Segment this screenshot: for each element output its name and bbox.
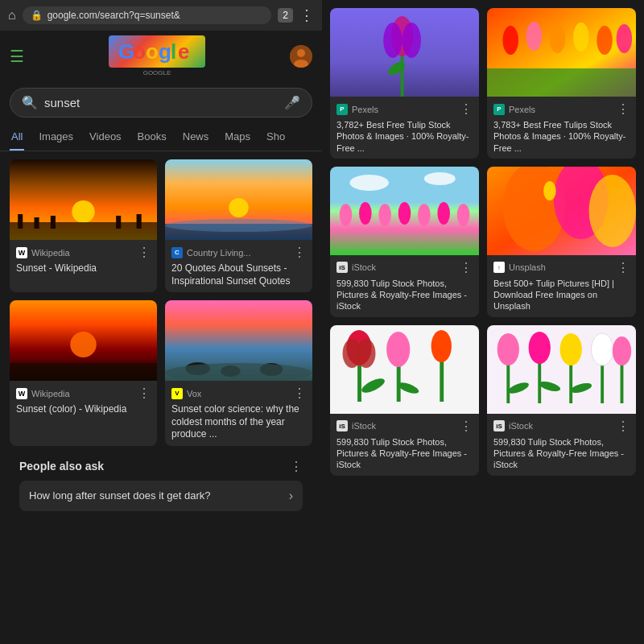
right-title-6: 599,830 Tulip Stock Photos, Pictures & R… bbox=[493, 436, 630, 471]
right-dots-2[interactable]: ⋮ bbox=[617, 101, 630, 117]
right-source-left-6: iS iStock bbox=[493, 420, 533, 431]
result-source-1: W Wikipedia ⋮ bbox=[16, 245, 151, 260]
people-ask-header: People also ask ⋮ bbox=[19, 459, 303, 474]
svg-point-10 bbox=[72, 200, 94, 223]
right-source-3: iS iStock ⋮ bbox=[336, 260, 473, 275]
source-name-1: Wikipedia bbox=[31, 248, 70, 258]
right-title-3: 599,830 Tulip Stock Photos, Pictures & R… bbox=[336, 278, 473, 312]
result-card-2[interactable]: C Country Living... ⋮ 20 Quotes About Su… bbox=[165, 159, 312, 292]
home-icon[interactable]: ⌂ bbox=[8, 8, 16, 23]
mic-icon[interactable]: 🎤 bbox=[284, 95, 300, 110]
right-card-3[interactable]: iS iStock ⋮ 599,830 Tulip Stock Photos, … bbox=[330, 167, 479, 317]
svg-point-36 bbox=[502, 26, 518, 55]
pexels-icon-1: P bbox=[336, 104, 348, 115]
avatar[interactable] bbox=[290, 45, 312, 68]
url-bar[interactable]: 🔒 google.com/search?q=sunset& bbox=[23, 6, 272, 24]
right-dots-5[interactable]: ⋮ bbox=[460, 419, 473, 434]
tab-all[interactable]: All bbox=[10, 124, 24, 151]
right-image-2 bbox=[487, 8, 636, 97]
search-bar[interactable]: 🔍 sunset 🎤 bbox=[10, 88, 312, 118]
svg-point-45 bbox=[424, 172, 456, 185]
svg-rect-15 bbox=[116, 216, 121, 229]
right-footer-4: ↑ Unsplash ⋮ Best 500+ Tulip Pictures [H… bbox=[487, 255, 636, 317]
svg-rect-42 bbox=[487, 68, 636, 97]
right-image-6 bbox=[487, 325, 636, 414]
result-source-3: W Wikipedia ⋮ bbox=[16, 386, 151, 401]
right-dots-6[interactable]: ⋮ bbox=[617, 419, 630, 434]
people-ask-dots[interactable]: ⋮ bbox=[290, 459, 303, 474]
svg-rect-23 bbox=[10, 363, 157, 381]
right-card-5[interactable]: iS iStock ⋮ 599,830 Tulip Stock Photos, … bbox=[330, 325, 479, 476]
svg-rect-11 bbox=[10, 222, 157, 240]
result-title-2: 20 Quotes About Sunsets - Inspirational … bbox=[171, 262, 306, 287]
results-area: W Wikipedia ⋮ Sunset - Wikipedia bbox=[0, 151, 322, 644]
right-card-1[interactable]: P Pexels ⋮ 3,782+ Best Free Tulip Stock … bbox=[330, 8, 479, 159]
ask-item-1[interactable]: How long after sunset does it get dark? … bbox=[19, 481, 303, 511]
right-dots-3[interactable]: ⋮ bbox=[460, 260, 473, 275]
svg-point-73 bbox=[529, 332, 551, 364]
svg-point-33 bbox=[402, 23, 421, 58]
right-footer-2: P Pexels ⋮ 3,783+ Best Free Tulips Stock… bbox=[487, 97, 636, 159]
tab-badge[interactable]: 2 bbox=[278, 8, 293, 23]
right-source-left-4: ↑ Unsplash bbox=[493, 262, 546, 273]
result-card-1[interactable]: W Wikipedia ⋮ Sunset - Wikipedia bbox=[10, 159, 157, 292]
result-image-1 bbox=[10, 159, 157, 240]
svg-rect-16 bbox=[137, 214, 142, 229]
result-card-3[interactable]: W Wikipedia ⋮ Sunset (color) - Wikipedia bbox=[10, 300, 157, 446]
right-source-left-1: P Pexels bbox=[336, 104, 378, 115]
svg-point-49 bbox=[398, 202, 411, 225]
right-source-name-1: Pexels bbox=[352, 105, 378, 114]
svg-point-48 bbox=[378, 204, 391, 226]
unsplash-icon-4: ↑ bbox=[493, 262, 505, 273]
svg-point-44 bbox=[349, 175, 389, 191]
right-source-name-4: Unsplash bbox=[509, 262, 546, 272]
tab-videos[interactable]: Videos bbox=[88, 124, 123, 151]
right-source-6: iS iStock ⋮ bbox=[493, 419, 630, 434]
right-source-5: iS iStock ⋮ bbox=[336, 419, 473, 434]
source-left-4: V Vox bbox=[171, 388, 201, 399]
right-footer-1: P Pexels ⋮ 3,782+ Best Free Tulip Stock … bbox=[330, 97, 479, 159]
svg-point-57 bbox=[543, 181, 556, 200]
result-title-1: Sunset - Wikipedia bbox=[16, 262, 151, 275]
right-card-4[interactable]: ↑ Unsplash ⋮ Best 500+ Tulip Pictures [H… bbox=[487, 167, 636, 317]
hamburger-icon[interactable]: ☰ bbox=[10, 47, 24, 66]
search-tabs: All Images Videos Books News Maps Sho bbox=[0, 124, 322, 151]
more-dots-2[interactable]: ⋮ bbox=[293, 245, 306, 260]
right-title-2: 3,783+ Best Free Tulips Stock Photos & I… bbox=[493, 119, 630, 154]
more-dots-1[interactable]: ⋮ bbox=[138, 245, 151, 260]
right-title-5: 599,830 Tulip Stock Photos, Pictures & R… bbox=[336, 436, 473, 471]
right-card-2[interactable]: P Pexels ⋮ 3,783+ Best Free Tulips Stock… bbox=[487, 8, 636, 159]
svg-point-56 bbox=[589, 175, 636, 247]
svg-point-20 bbox=[165, 219, 312, 232]
tab-maps[interactable]: Maps bbox=[223, 124, 252, 151]
right-title-4: Best 500+ Tulip Pictures [HD] | Download… bbox=[493, 278, 630, 312]
right-dots-4[interactable]: ⋮ bbox=[617, 260, 630, 275]
svg-rect-72 bbox=[538, 357, 541, 403]
source-left-3: W Wikipedia bbox=[16, 388, 70, 399]
google-label: GOOGLE bbox=[143, 69, 171, 76]
istock-icon-5: iS bbox=[336, 420, 348, 431]
more-dots-3[interactable]: ⋮ bbox=[138, 386, 151, 401]
tab-images[interactable]: Images bbox=[37, 124, 75, 151]
svg-point-77 bbox=[592, 333, 613, 365]
more-dots-icon[interactable]: ⋮ bbox=[299, 6, 314, 24]
result-title-4: Sunset color science: why the coldest mo… bbox=[171, 403, 306, 441]
svg-point-66 bbox=[431, 330, 452, 362]
tab-books[interactable]: Books bbox=[136, 124, 168, 151]
right-dots-1[interactable]: ⋮ bbox=[460, 101, 473, 117]
vox-icon-4: V bbox=[171, 388, 183, 399]
google-logo: G o o g l e GOOGLE bbox=[109, 35, 205, 76]
tab-news[interactable]: News bbox=[181, 124, 211, 151]
right-footer-3: iS iStock ⋮ 599,830 Tulip Stock Photos, … bbox=[330, 255, 479, 317]
result-card-4[interactable]: V Vox ⋮ Sunset color science: why the co… bbox=[165, 300, 312, 446]
source-left-2: C Country Living... bbox=[171, 247, 250, 258]
istock-icon-3: iS bbox=[336, 262, 348, 273]
more-dots-4[interactable]: ⋮ bbox=[293, 386, 306, 401]
svg-point-32 bbox=[383, 23, 402, 58]
svg-text:e: e bbox=[178, 39, 191, 64]
google-header: ☰ G o o g l e GOOGLE bbox=[0, 31, 322, 81]
right-card-6[interactable]: iS iStock ⋮ 599,830 Tulip Stock Photos, … bbox=[487, 325, 636, 476]
pexels-icon-2: P bbox=[493, 104, 505, 115]
right-source-left-5: iS iStock bbox=[336, 420, 376, 431]
tab-shopping[interactable]: Sho bbox=[265, 124, 287, 151]
